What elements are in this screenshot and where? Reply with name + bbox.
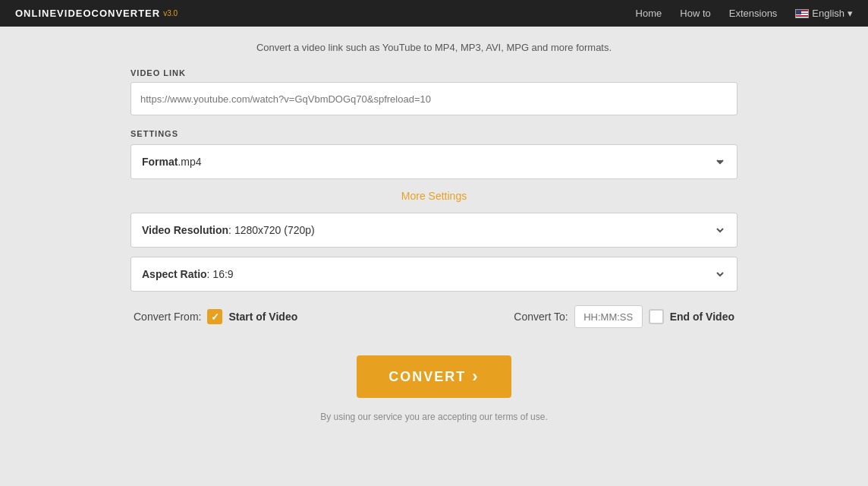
language-label: English <box>812 8 844 19</box>
resolution-chevron-icon <box>714 224 726 236</box>
convert-to-time-input[interactable] <box>574 305 643 328</box>
video-link-label: VIDEO LINK <box>131 68 737 77</box>
header-nav: Home How to Extensions English ▾ <box>636 8 853 19</box>
header: OnlineVideoConverter v3.0 Home How to Ex… <box>0 0 868 27</box>
aspect-ratio-label: Aspect Ratio: 16:9 <box>142 268 234 280</box>
main-content: Convert a video link such as YouTube to … <box>0 27 868 437</box>
format-label: Format.mp4 <box>142 156 202 168</box>
resolution-dropdown[interactable]: Video Resolution: 1280x720 (720p) <box>131 213 737 248</box>
convert-to-option: End of Video <box>670 311 734 323</box>
video-link-input[interactable] <box>131 82 737 115</box>
convert-button[interactable]: CONVERT › <box>357 355 511 398</box>
convert-button-label: CONVERT <box>388 369 466 385</box>
subtitle: Convert a video link such as YouTube to … <box>256 42 612 53</box>
convert-from-checkbox[interactable] <box>207 309 222 324</box>
settings-label: SETTINGS <box>131 129 737 138</box>
logo: OnlineVideoConverter v3.0 <box>15 8 178 19</box>
nav-howto[interactable]: How to <box>680 8 710 19</box>
nav-extensions[interactable]: Extensions <box>729 8 778 19</box>
aspect-ratio-dropdown[interactable]: Aspect Ratio: 16:9 <box>131 257 737 292</box>
convert-options: Convert From: Start of Video Convert To:… <box>131 305 737 328</box>
convert-from-label: Convert From: <box>134 311 201 323</box>
convert-button-wrapper: CONVERT › <box>131 355 737 398</box>
logo-version: v3.0 <box>163 9 178 17</box>
convert-to-label: Convert To: <box>514 311 568 323</box>
nav-home[interactable]: Home <box>636 8 662 19</box>
language-selector[interactable]: English ▾ <box>795 8 853 19</box>
convert-from-section: Convert From: Start of Video <box>134 309 297 324</box>
flag-icon <box>795 9 809 18</box>
format-chevron-icon <box>714 156 726 168</box>
language-chevron: ▾ <box>848 8 853 19</box>
format-dropdown[interactable]: Format.mp4 <box>131 144 737 179</box>
convert-from-option: Start of Video <box>228 311 297 323</box>
form-container: VIDEO LINK SETTINGS Format.mp4 More Sett… <box>131 68 737 422</box>
more-settings-toggle[interactable]: More Settings <box>131 190 737 202</box>
aspect-chevron-icon <box>714 268 726 280</box>
convert-to-section: Convert To: End of Video <box>514 305 734 328</box>
logo-text: OnlineVideoConverter <box>15 8 160 19</box>
resolution-label: Video Resolution: 1280x720 (720p) <box>142 224 315 236</box>
terms-text: By using our service you are accepting o… <box>131 412 737 422</box>
convert-button-arrow: › <box>472 367 479 387</box>
convert-to-checkbox[interactable] <box>649 309 664 324</box>
